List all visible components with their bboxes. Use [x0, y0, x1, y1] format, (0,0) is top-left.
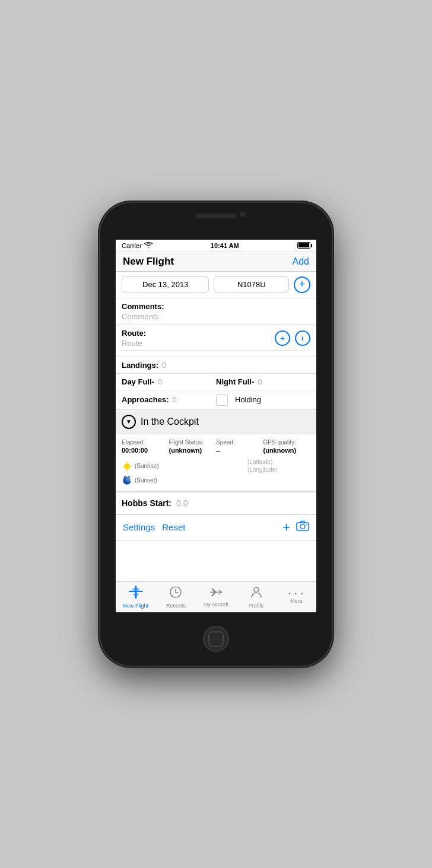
hobbs-label: Hobbs Start: [122, 498, 171, 508]
svg-point-8 [300, 524, 305, 529]
gps-quality-label: GPS quality: [263, 439, 311, 446]
phone-top-bar [100, 203, 332, 240]
flight-status-label: Flight Status: [169, 439, 217, 446]
collapse-cockpit-button[interactable]: ▼ [122, 415, 136, 429]
add-button[interactable]: Add [293, 256, 309, 267]
approaches-value[interactable]: 0 [172, 395, 176, 404]
route-input[interactable]: Route [122, 339, 146, 348]
svg-rect-4 [122, 466, 124, 466]
svg-point-1 [124, 463, 130, 469]
tab-recents[interactable]: Recents [156, 584, 196, 610]
comments-label: Comments: [122, 302, 310, 311]
sunrise-icon [122, 461, 132, 472]
phone-bottom-bar [100, 612, 332, 666]
hobbs-value[interactable]: 0.0 [176, 498, 188, 508]
landings-row: Landings: 0 [116, 357, 316, 374]
approaches-label: Approaches: [122, 395, 169, 404]
phone-speaker [195, 214, 237, 218]
sunset-icon [122, 475, 132, 486]
add-photo-plus-button[interactable]: + [282, 520, 290, 535]
settings-button[interactable]: Settings [123, 522, 155, 532]
phone-outer: Carrier 10:41 AM [100, 203, 332, 666]
date-field[interactable]: Dec 13, 2013 [122, 276, 209, 292]
my-aircraft-icon [208, 587, 224, 600]
sunset-item: (Sunset) [122, 475, 157, 486]
hobbs-row: Hobbs Start: 0.0 [116, 491, 316, 514]
svg-text:i: i [301, 335, 303, 342]
night-full-label: Night Full- [216, 377, 254, 386]
date-tail-row: Dec 13, 2013 N1078U + [116, 272, 316, 298]
approaches-holding-row: Approaches: 0 Holding [116, 390, 316, 410]
reset-button[interactable]: Reset [162, 522, 185, 532]
camera-button[interactable] [296, 520, 309, 534]
holding-label: Holding [235, 395, 261, 404]
sunset-label: (Sunset) [135, 477, 157, 484]
svg-point-9 [306, 524, 307, 525]
status-bar: Carrier 10:41 AM [116, 240, 316, 252]
svg-rect-11 [129, 591, 143, 592]
carrier-label: Carrier [122, 242, 142, 249]
elapsed-label: Elapsed: [122, 439, 169, 446]
speed-label: Speed: [216, 439, 263, 446]
svg-rect-3 [126, 469, 127, 471]
gps-quality-value: (unknown) [263, 447, 311, 454]
recents-icon [169, 586, 182, 602]
tail-number-field[interactable]: N1078U [214, 276, 289, 292]
new-flight-icon [129, 586, 143, 602]
day-full-label: Day Full- [122, 377, 154, 386]
cockpit-stats: Elapsed: Flight Status: Speed: GPS quali… [116, 434, 316, 491]
day-night-row: Day Full- 0 Night Full- 0 [116, 374, 316, 390]
cockpit-header: ▼ In the Cockpit [116, 410, 316, 434]
tab-recents-label: Recents [166, 603, 186, 609]
phone-screen: Carrier 10:41 AM [116, 240, 316, 612]
comments-section: Comments: Comments [116, 298, 316, 325]
profile-icon [250, 586, 263, 602]
elapsed-value: 00:00:00 [122, 447, 169, 454]
day-full-value[interactable]: 0 [158, 377, 162, 386]
tab-profile-label: Profile [249, 603, 264, 609]
comments-input[interactable]: Comments [122, 312, 310, 321]
main-content: Dec 13, 2013 N1078U + Comments: Comments… [116, 272, 316, 581]
phone-camera [240, 211, 246, 217]
svg-rect-2 [126, 462, 127, 463]
landings-label: Landings: [122, 361, 158, 370]
nav-bar: New Flight Add [116, 252, 316, 272]
latitude-label: (Latitude) [247, 459, 310, 465]
route-label: Route: [122, 329, 146, 338]
route-section: Route: Route + i [116, 325, 316, 357]
gps-location-col: (Latitude) (Longitude) [247, 459, 310, 486]
tab-more[interactable]: • • • More [276, 589, 316, 605]
add-route-button[interactable]: + [275, 330, 290, 346]
night-full-value[interactable]: 0 [258, 377, 262, 386]
battery-icon [297, 242, 310, 249]
tab-my-aircraft-label: My Aircraft [204, 602, 229, 608]
tab-profile[interactable]: Profile [236, 584, 277, 610]
more-icon: • • • [288, 590, 304, 597]
holding-checkbox[interactable] [216, 394, 228, 406]
tab-new-flight-label: New Flight [123, 603, 149, 609]
svg-rect-5 [130, 466, 132, 466]
sunrise-item: (Sunrise) [122, 461, 159, 472]
longitude-label: (Longitude) [247, 466, 310, 473]
home-button[interactable] [203, 626, 229, 652]
add-aircraft-button[interactable]: + [294, 276, 310, 293]
svg-point-13 [254, 587, 259, 592]
cockpit-title: In the Cockpit [141, 416, 199, 427]
tab-bar: New Flight Recents [116, 581, 316, 612]
flight-status-value: (unknown) [169, 447, 217, 454]
route-info-button[interactable]: i [295, 330, 310, 346]
wifi-icon [144, 242, 153, 249]
tab-my-aircraft[interactable]: My Aircraft [196, 586, 236, 609]
nav-title: New Flight [123, 256, 174, 268]
tab-more-label: More [290, 598, 303, 604]
speed-value: -- [216, 447, 263, 454]
home-button-inner [208, 631, 224, 647]
sunrise-label: (Sunrise) [135, 463, 159, 469]
action-bar: Settings Reset + [116, 514, 316, 540]
landings-value[interactable]: 0 [162, 361, 166, 370]
status-time: 10:41 AM [211, 242, 239, 249]
tab-new-flight[interactable]: New Flight [116, 584, 156, 610]
